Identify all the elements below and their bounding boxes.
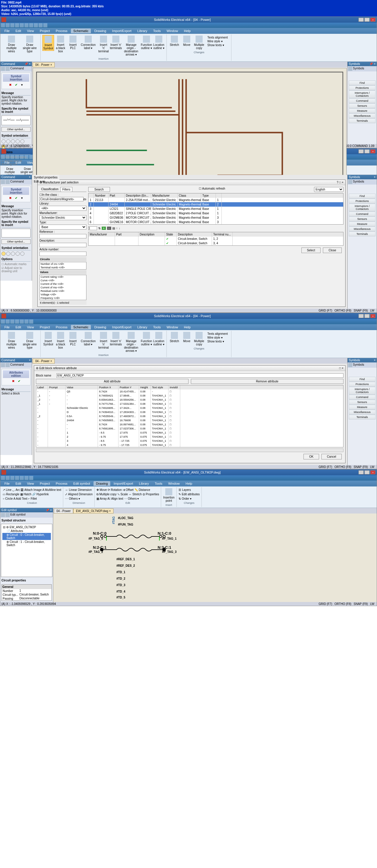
array-tool[interactable]: ▦ Array: [96, 497, 107, 500]
qty-input[interactable]: [88, 226, 97, 230]
symbol-category[interactable]: Sensors: [349, 103, 376, 108]
menu-edit[interactable]: Edit: [13, 160, 24, 165]
parts-row[interactable]: 5GV2ME06MOTOR CIRCUIT ...Schneider Elect…: [88, 215, 343, 220]
draw-multiple-wires-button[interactable]: Draw multiple wires: [1, 166, 19, 174]
language-select[interactable]: English: [314, 187, 344, 192]
rectangle-tool[interactable]: ▭ Rectangle: [3, 493, 20, 496]
fillet-tool[interactable]: ⌐ Fillet: [28, 497, 37, 500]
symbol-preview[interactable]: [1, 116, 31, 125]
symbol-category[interactable]: Protections: [349, 86, 376, 90]
cancel-x-icon[interactable]: ✖: [8, 82, 12, 87]
orient-90[interactable]: [6, 139, 10, 144]
parts-row[interactable]: 4GB2DB222 POLE CIRCUIT ...Schneider Elec…: [88, 211, 343, 215]
location-outline-button[interactable]: Location outline ▾: [153, 35, 165, 50]
edit-others-tool[interactable]: ⋯ Others ▾: [124, 497, 139, 500]
move-tool[interactable]: ✥ Move: [96, 488, 107, 492]
attribute-row[interactable]: -1- 8.517.9750.075TAHOMA_1□: [36, 431, 343, 435]
properties-tool[interactable]: ⚙ Properties: [143, 493, 159, 496]
aligned-dim-tool[interactable]: ⤢ Aligned Dimension: [65, 492, 93, 496]
hatch-tool[interactable]: ▦ Hatch: [20, 493, 31, 496]
remove-icon[interactable]: −: [107, 227, 111, 230]
orient-180[interactable]: [11, 139, 15, 144]
panel-pin-icon[interactable]: 📌 ×: [24, 62, 31, 66]
offset-tool[interactable]: ⇉ Offset: [123, 488, 134, 492]
menu-library[interactable]: Library: [135, 29, 150, 33]
texts-alignment-button[interactable]: Texts alignment: [207, 36, 228, 39]
symbol-category[interactable]: Sensors: [349, 400, 376, 404]
symbol-category[interactable]: Miscellaneous: [349, 227, 376, 231]
dropdown-icon[interactable]: ▾: [20, 82, 24, 87]
menu-view[interactable]: View: [25, 29, 36, 33]
block-name-input[interactable]: [56, 373, 344, 378]
attribute-row[interactable]: _1--8.7465942117.8848...0.08TAHOMA_1□: [36, 394, 343, 398]
tab-filters[interactable]: Filters: [60, 187, 72, 192]
attribute-row[interactable]: --Q58.742418.4147455...0.08-□: [36, 390, 343, 394]
dialog-max-icon[interactable]: □: [339, 181, 341, 184]
reference-input[interactable]: [39, 234, 86, 238]
menu-library[interactable]: Library: [137, 481, 151, 486]
close-button[interactable]: Close: [323, 248, 342, 253]
insert-n-terminal-button[interactable]: Insert 'n' terminal: [98, 35, 109, 54]
menu-window[interactable]: Window: [164, 325, 180, 330]
menu-drawing[interactable]: Drawing: [93, 481, 110, 486]
class-input[interactable]: [39, 197, 84, 202]
menu-tools[interactable]: Tools: [151, 325, 163, 330]
menu-window[interactable]: Window: [166, 481, 182, 486]
multiple-copy-button[interactable]: Multiple copy: [193, 35, 205, 50]
circuit-props-grid[interactable]: General Number1 Circuit typ...Circuit-br…: [1, 584, 52, 601]
stretch-tool[interactable]: ↔ Stretch: [128, 493, 141, 496]
parts-row[interactable]: 6GV2ME16MOTOR CIRCUIT ...Schneider Elect…: [88, 220, 343, 224]
attribute-row[interactable]: -4- 9.75- 17.7250.075TAHOMA_1□: [36, 443, 343, 447]
attribute-row[interactable]: _20.5A8.74535549...17.4683872...0.08TAHO…: [36, 414, 343, 418]
order-tool[interactable]: ⇅ Order ▾: [178, 496, 200, 501]
menu-project[interactable]: Project: [37, 29, 52, 33]
manage-origin-button[interactable]: Manage origin - destination arrows ▾: [122, 35, 140, 57]
symbol-category[interactable]: Find: [349, 81, 376, 85]
add-text-tool[interactable]: A Add Text: [13, 497, 27, 500]
doc-tab-power[interactable]: 04 - Power ×: [33, 62, 55, 67]
connection-label-button[interactable]: Connection label ▾: [79, 35, 97, 50]
menu-importexport[interactable]: Import/Export: [110, 325, 134, 330]
select-button[interactable]: Select: [301, 248, 321, 253]
description-input[interactable]: [39, 243, 86, 247]
symbol-category[interactable]: Command: [349, 212, 376, 216]
symbol-category[interactable]: Measure: [349, 222, 376, 226]
menu-help[interactable]: Help: [182, 325, 193, 330]
stretch-button[interactable]: Stretch: [169, 35, 180, 47]
browse-icon[interactable]: 🗁: [84, 197, 86, 201]
attribute-row[interactable]: _1--8.74771766...17.5331384...0.08TAHOMA…: [36, 402, 343, 406]
attribute-row[interactable]: -D8.74394010...17.2834303...0.08TAHOMA_1…: [36, 410, 343, 414]
multiline-text-tool[interactable]: A Multiline text: [42, 488, 61, 492]
show-texts-button[interactable]: Show texts ▾: [207, 43, 228, 47]
symbol-category[interactable]: Miscellaneous: [349, 410, 376, 414]
library-select[interactable]: <All>: [39, 206, 86, 211]
other-symbol-button[interactable]: Other symbol...: [1, 127, 31, 132]
draw-single-wire-button[interactable]: Draw single wire type: [21, 35, 38, 54]
symbol-category[interactable]: Interruptors / Contactors: [349, 91, 376, 98]
menu-window[interactable]: Window: [164, 29, 180, 33]
parts-grid[interactable]: NumberPartDescription (En...Manufacturer…: [88, 193, 344, 224]
menu-edit[interactable]: Edit: [13, 29, 24, 33]
align-text-tool[interactable]: Aͣ Align text: [107, 497, 123, 500]
function-outline-button[interactable]: Function outline ▾: [141, 35, 152, 50]
symbol-category[interactable]: Interruptors / Contactors: [349, 204, 376, 211]
parts-row[interactable]: 1211132-25A P25M mot...Schneider Electri…: [88, 198, 343, 202]
attribute-row[interactable]: --8.74561906...17.0237306...0.08TAHOMA_1…: [36, 427, 343, 431]
title-bar[interactable]: SolidWorks Electrical x64 - [04 - Power]…: [0, 17, 377, 23]
edit-attrs-tool[interactable]: ✎ Edit attributes: [178, 492, 200, 496]
menu-library[interactable]: Library: [135, 325, 150, 330]
menu-project[interactable]: Project: [37, 325, 52, 330]
symbol-category[interactable]: Measure: [349, 108, 376, 113]
orient-0[interactable]: [1, 139, 6, 144]
menu-import-export[interactable]: Import/Export: [110, 29, 134, 33]
menu-process[interactable]: Process: [54, 481, 70, 486]
remove-attribute-button[interactable]: Remove attribute: [191, 379, 344, 384]
multicopy-tool[interactable]: ⧉ Multiple copy: [96, 493, 116, 496]
menu-process[interactable]: Process: [54, 325, 70, 330]
menu-bar[interactable]: File Edit View Project Process Schematic…: [0, 28, 377, 34]
symbol-category[interactable]: Command: [349, 395, 376, 400]
symbols-close-icon[interactable]: 📌 ×: [369, 62, 376, 66]
menu-file[interactable]: File: [2, 325, 12, 330]
menu-help[interactable]: Help: [182, 29, 193, 33]
insert-n-terminals-button[interactable]: Insert 'n' terminals: [110, 35, 122, 50]
